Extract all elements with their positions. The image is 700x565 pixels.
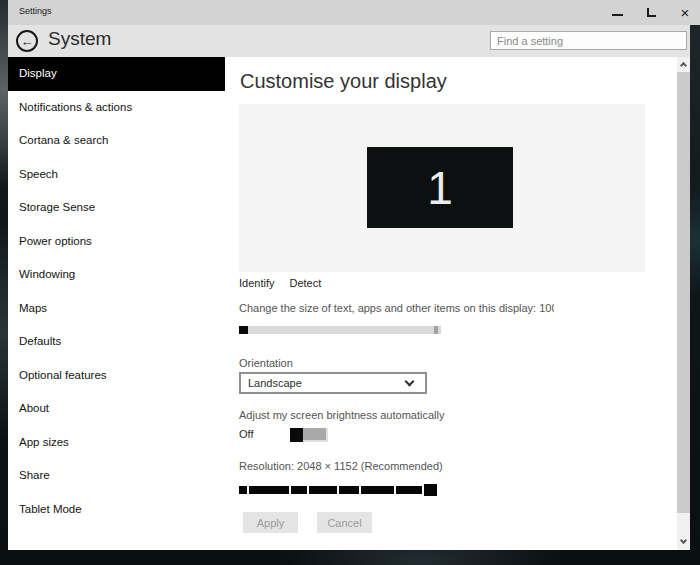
window-title: Settings <box>19 6 52 16</box>
sidebar-item-about[interactable]: About <box>8 392 225 426</box>
app-body: DisplayNotifications & actionsCortana & … <box>8 57 690 550</box>
content-heading: Customise your display <box>240 70 447 93</box>
monitor-links: Identify Detect <box>239 277 321 289</box>
scroll-down-button[interactable] <box>677 534 690 548</box>
minimize-button[interactable] <box>604 0 630 25</box>
brightness-toggle-thumb[interactable] <box>290 428 303 442</box>
cancel-button[interactable]: Cancel <box>317 512 372 533</box>
resolution-slider-segment <box>361 486 394 494</box>
sidebar-item-speech[interactable]: Speech <box>8 158 225 192</box>
maximize-button[interactable] <box>638 0 664 25</box>
scaling-slider[interactable] <box>239 326 441 334</box>
scaling-label: Change the size of text, apps and other … <box>239 302 554 314</box>
search-input[interactable] <box>490 31 687 50</box>
sidebar-item-power-options[interactable]: Power options <box>8 225 225 259</box>
scaling-slider-thumb[interactable] <box>239 326 248 334</box>
resolution-slider-segment <box>249 486 289 494</box>
scaling-slider-endcap <box>434 326 438 334</box>
resolution-slider-segment <box>339 486 359 494</box>
resolution-slider-segment <box>396 486 422 494</box>
sidebar-item-tablet-mode[interactable]: Tablet Mode <box>8 493 225 527</box>
sidebar-item-display[interactable]: Display <box>8 57 225 91</box>
chevron-down-icon <box>680 536 687 543</box>
identify-link[interactable]: Identify <box>239 277 274 289</box>
chevron-up-icon <box>680 62 687 69</box>
sidebar-item-storage-sense[interactable]: Storage Sense <box>8 191 225 225</box>
sidebar-item-windowing[interactable]: Windowing <box>8 258 225 292</box>
sidebar-item-share[interactable]: Share <box>8 459 225 493</box>
resolution-slider-segment <box>309 486 337 494</box>
minimize-icon <box>612 14 623 16</box>
brightness-toggle[interactable] <box>290 428 328 442</box>
back-arrow-icon: ← <box>21 34 34 49</box>
app-header: ← System <box>8 25 690 57</box>
sidebar-item-defaults[interactable]: Defaults <box>8 325 225 359</box>
detect-link[interactable]: Detect <box>289 277 321 289</box>
orientation-dropdown[interactable]: Landscape <box>239 372 427 394</box>
sidebar-item-notifications-actions[interactable]: Notifications & actions <box>8 91 225 125</box>
scroll-up-button[interactable] <box>677 57 690 71</box>
resolution-label: Resolution: 2048 × 1152 (Recommended) <box>239 460 443 472</box>
monitor-number: 1 <box>427 161 453 215</box>
sidebar-item-optional-features[interactable]: Optional features <box>8 359 225 393</box>
resolution-slider-segment <box>239 486 247 494</box>
window-titlebar: Settings × <box>8 0 700 25</box>
brightness-label: Adjust my screen brightness automaticall… <box>239 409 444 421</box>
orientation-value: Landscape <box>241 377 406 389</box>
orientation-label: Orientation <box>239 357 293 369</box>
back-button[interactable]: ← <box>16 30 38 52</box>
page-title: System <box>48 28 111 50</box>
maximize-icon <box>647 8 656 17</box>
sidebar-item-app-sizes[interactable]: App sizes <box>8 426 225 460</box>
resolution-slider-thumb[interactable] <box>424 484 437 496</box>
sidebar-item-maps[interactable]: Maps <box>8 292 225 326</box>
resolution-slider[interactable] <box>239 484 441 496</box>
sidebar: DisplayNotifications & actionsCortana & … <box>8 57 225 550</box>
display-preview: 1 <box>239 104 645 272</box>
close-icon: × <box>681 5 690 20</box>
close-button[interactable]: × <box>672 0 698 25</box>
chevron-down-icon <box>405 376 415 386</box>
apply-button[interactable]: Apply <box>243 512 298 533</box>
sidebar-item-cortana-search[interactable]: Cortana & search <box>8 124 225 158</box>
scrollbar-thumb[interactable] <box>677 72 690 513</box>
brightness-state: Off <box>239 428 253 440</box>
scrollbar[interactable] <box>677 57 690 550</box>
resolution-slider-segment <box>291 486 307 494</box>
monitor-1[interactable]: 1 <box>367 147 513 228</box>
